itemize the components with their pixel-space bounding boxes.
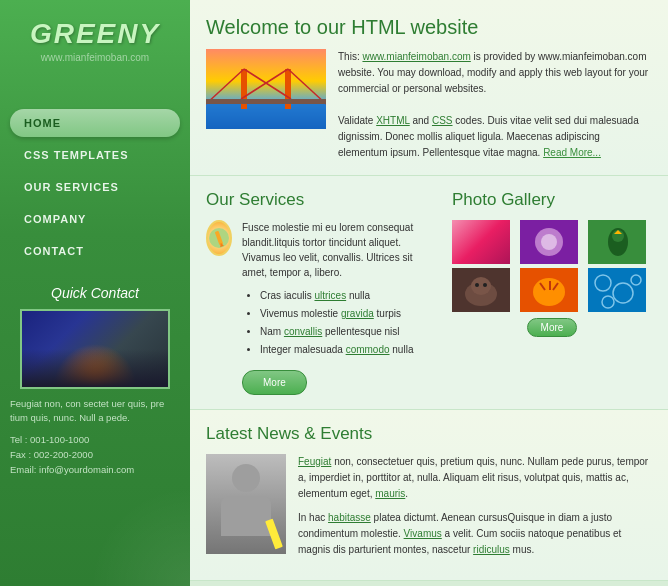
- tel: Tel : 001-100-1000: [10, 432, 180, 447]
- list-item: Vivemus molestie gravida turpis: [260, 306, 438, 321]
- convallis-link[interactable]: convallis: [284, 326, 322, 337]
- welcome-section: Welcome to our HTML website: [190, 0, 668, 176]
- quick-contact-title: Quick Contact: [10, 285, 180, 301]
- services-list: Cras iaculis ultrices nulla Vivemus mole…: [242, 288, 438, 357]
- gallery-title: Photo Gallery: [452, 190, 652, 210]
- services-title: Our Services: [206, 190, 438, 210]
- footer: Copyright © 2010 Your Company Name | Des…: [190, 580, 668, 586]
- welcome-title: Welcome to our HTML website: [206, 16, 652, 39]
- services-section: Our Services Fusce molestie mi eu lorem …: [206, 190, 452, 395]
- gallery-thumb-6[interactable]: [588, 268, 646, 312]
- services-text: Fusce molestie mi eu lorem consequat bla…: [242, 220, 438, 395]
- nav-item-home[interactable]: HOME: [10, 109, 180, 137]
- gallery-thumb-2[interactable]: [520, 220, 578, 264]
- ultrices-link[interactable]: ultrices: [314, 290, 346, 301]
- nav-item-services[interactable]: OUR SERVICES: [10, 173, 180, 201]
- xhtml-link[interactable]: XHTML: [376, 115, 410, 126]
- news-inner: Feugiat non, consectetuer quis, pretium …: [206, 454, 652, 566]
- nav-item-css[interactable]: CSS TEMPLATES: [10, 141, 180, 169]
- ridiculus-link[interactable]: ridiculus: [473, 544, 510, 555]
- welcome-image: [206, 49, 326, 129]
- gallery-thumb-4[interactable]: [452, 268, 510, 312]
- services-inner: Fusce molestie mi eu lorem consequat bla…: [206, 220, 438, 395]
- gallery-thumb-1[interactable]: [452, 220, 510, 264]
- nav-menu: HOME CSS TEMPLATES OUR SERVICES COMPANY …: [0, 109, 190, 265]
- sidebar: GREENY www.mianfeimoban.com HOME CSS TEM…: [0, 0, 190, 586]
- fax: Fax : 002-200-2000: [10, 447, 180, 462]
- gallery-section: Photo Gallery: [452, 190, 652, 395]
- gallery-more-button[interactable]: More: [527, 318, 577, 337]
- vivamus-link[interactable]: Vivamus: [404, 528, 442, 539]
- services-icon: [206, 220, 232, 256]
- welcome-inner: This: www.mianfeimoban.com is provided b…: [206, 49, 652, 161]
- nav-item-contact[interactable]: CONTACT: [10, 237, 180, 265]
- quick-contact-image: [20, 309, 170, 389]
- welcome-link[interactable]: www.mianfeimoban.com: [362, 51, 470, 62]
- read-more-link[interactable]: Read More...: [543, 147, 601, 158]
- email: Email: info@yourdomain.com: [10, 462, 180, 477]
- svg-point-14: [541, 234, 557, 250]
- svg-rect-1: [206, 104, 326, 129]
- news-avatar: [206, 454, 286, 554]
- logo-area: GREENY www.mianfeimoban.com: [0, 0, 190, 69]
- css-link[interactable]: CSS: [432, 115, 453, 126]
- gallery-thumb-5[interactable]: [520, 268, 578, 312]
- news-section: Latest News & Events Feugiat non, consec…: [190, 410, 668, 580]
- svg-point-23: [483, 283, 487, 287]
- list-item: Integer malesuada commodo nulla: [260, 342, 438, 357]
- nav-item-company[interactable]: COMPANY: [10, 205, 180, 233]
- quick-contact: Quick Contact Feugiat non, con sectet ue…: [10, 285, 180, 477]
- quick-contact-info: Tel : 001-100-1000 Fax : 002-200-2000 Em…: [10, 432, 180, 478]
- svg-point-22: [475, 283, 479, 287]
- feugiat-link[interactable]: Feugiat: [298, 456, 331, 467]
- gallery-grid: [452, 220, 652, 312]
- list-item: Nam convallis pellentesque nisl: [260, 324, 438, 339]
- mauris-link[interactable]: mauris: [375, 488, 405, 499]
- svg-rect-8: [206, 99, 326, 104]
- list-item: Cras iaculis ultrices nulla: [260, 288, 438, 303]
- news-text: Feugiat non, consectetuer quis, pretium …: [298, 454, 652, 566]
- gravida-link[interactable]: gravida: [341, 308, 374, 319]
- svg-point-21: [471, 277, 491, 295]
- logo-url: www.mianfeimoban.com: [10, 52, 180, 63]
- services-gallery-row: Our Services Fusce molestie mi eu lorem …: [190, 176, 668, 410]
- welcome-text: This: www.mianfeimoban.com is provided b…: [338, 49, 652, 161]
- habitasse-link[interactable]: habitasse: [328, 512, 371, 523]
- logo-text: GREENY: [10, 18, 180, 50]
- gallery-thumb-3[interactable]: [588, 220, 646, 264]
- commodo-link[interactable]: commodo: [346, 344, 390, 355]
- news-title: Latest News & Events: [206, 424, 652, 444]
- quick-contact-description: Feugiat non, con sectet uer quis, pre ti…: [10, 397, 180, 426]
- services-more-button[interactable]: More: [242, 370, 307, 395]
- main-content: Welcome to our HTML website: [190, 0, 668, 586]
